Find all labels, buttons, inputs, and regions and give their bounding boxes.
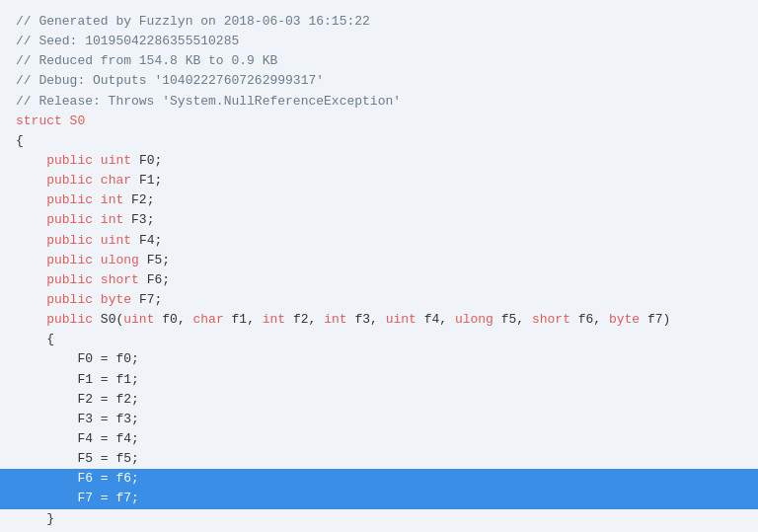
line-assign-f1: F1 = f1; (16, 370, 742, 390)
code-editor: // Generated by Fuzzlyn on 2018-06-03 16… (0, 0, 758, 532)
line-2: // Seed: 10195042286355510285 (16, 32, 742, 51)
line-3: // Reduced from 154.8 KB to 0.9 KB (16, 51, 742, 71)
line-f3: public int F3; (16, 210, 742, 230)
line-assign-f5: F5 = f5; (16, 449, 742, 469)
line-struct: struct S0 (16, 112, 742, 131)
line-4: // Debug: Outputs '10402227607262999317' (16, 71, 742, 91)
line-f4: public uint F4; (16, 231, 742, 251)
line-f5: public ulong F5; (16, 251, 742, 270)
line-5: // Release: Throws 'System.NullReference… (16, 92, 742, 112)
line-assign-f6-highlighted: F6 = f6; (0, 469, 758, 489)
line-assign-f2: F2 = f2; (16, 390, 742, 410)
line-close-brace: } (16, 529, 742, 532)
line-f6: public short F6; (16, 270, 742, 290)
line-f2: public int F2; (16, 190, 742, 210)
line-1: // Generated by Fuzzlyn on 2018-06-03 16… (16, 12, 742, 32)
line-f0: public uint F0; (16, 151, 742, 171)
line-assign-f3: F3 = f3; (16, 410, 742, 429)
line-assign-f4: F4 = f4; (16, 429, 742, 449)
line-inner-open: { (16, 330, 742, 349)
line-inner-close: } (16, 509, 742, 529)
line-assign-f7-highlighted: F7 = f7; (0, 489, 758, 508)
line-f7: public byte F7; (16, 290, 742, 310)
line-assign-f0: F0 = f0; (16, 349, 742, 369)
line-f1: public char F1; (16, 171, 742, 190)
line-open-brace: { (16, 131, 742, 151)
line-constructor: public S0(uint f0, char f1, int f2, int … (16, 310, 742, 330)
